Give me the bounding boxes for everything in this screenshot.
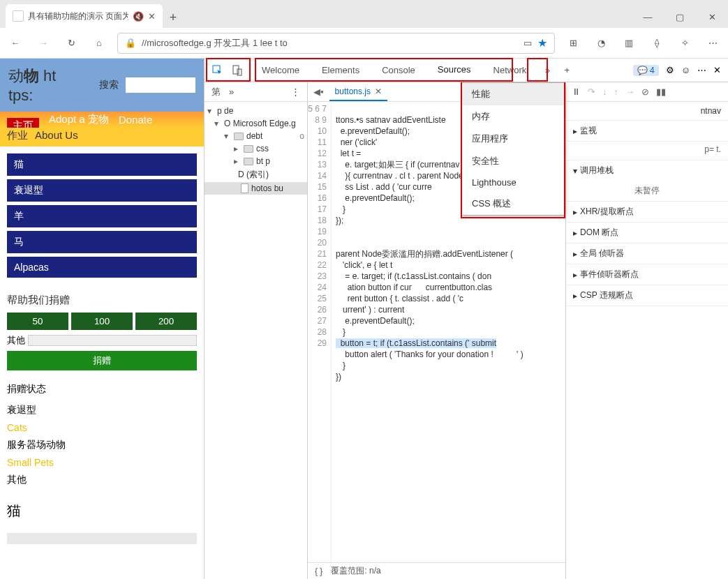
xhr-section[interactable]: XHR/提取断点 [580, 206, 634, 218]
tree-menu-icon[interactable]: ⋮ [291, 87, 300, 97]
page-tree-label[interactable]: 第 [211, 86, 221, 98]
address-bar[interactable]: 🔒 //microsoftedge.g 开发工具 1 lee t to ▭ ★ [117, 33, 555, 54]
home-button[interactable]: ⌂ [89, 33, 109, 53]
issues-badge[interactable]: 💬 4 [633, 65, 659, 76]
new-tab-button[interactable]: + [163, 7, 184, 28]
dropdown-item[interactable]: Lighthouse [462, 172, 564, 193]
pause-icon[interactable]: ⏸ [572, 87, 581, 97]
tree-folder[interactable]: css [256, 144, 269, 153]
step-icon[interactable]: → [625, 87, 634, 97]
settings-icon[interactable]: ⚙ [666, 65, 674, 75]
toolbar-icon-2[interactable]: ✧ [675, 33, 694, 53]
svg-rect-2 [237, 69, 242, 75]
donate-button[interactable]: 捐赠 [7, 351, 197, 370]
profile-icon[interactable]: ◔ [591, 33, 611, 53]
more-icon[interactable]: ⋯ [697, 65, 706, 75]
list-item[interactable]: 羊 [7, 205, 197, 227]
close-devtools-icon[interactable]: ✕ [713, 65, 721, 75]
status-list: 衰退型 Cats 服务器场动物 Small Pets 其他 [0, 401, 204, 489]
device-icon[interactable] [230, 63, 245, 78]
favorite-icon[interactable]: ★ [537, 36, 547, 50]
menu-button[interactable]: ⋯ [703, 33, 722, 53]
url-text: //microsoftedge.g 开发工具 1 lee t to [142, 37, 518, 50]
footer-coverage: 覆盖范围: n/a [331, 565, 380, 577]
folder-icon [234, 133, 244, 140]
more-tabs-dropdown: 性能 内存 应用程序 安全性 Lighthouse CSS 概述 [461, 82, 565, 216]
footer-braces[interactable]: { } [315, 566, 322, 576]
close-file-icon[interactable]: ✕ [375, 87, 382, 96]
list-item[interactable]: 马 [7, 231, 197, 253]
step-into-icon[interactable]: ↓ [602, 87, 607, 97]
reader-icon[interactable]: ▭ [523, 38, 532, 48]
tab-title: 具有辅助功能的演示 页面为 [28, 10, 128, 22]
dom-section[interactable]: DOM 断点 [580, 227, 618, 239]
status-item: 服务器场动物 [7, 436, 197, 454]
nav-jobs[interactable]: 作业 [7, 129, 28, 142]
tab-close-icon[interactable]: ✕ [148, 11, 156, 22]
dropdown-item[interactable]: CSS 概述 [462, 193, 564, 215]
dropdown-item[interactable]: 应用程序 [462, 128, 564, 150]
event-section[interactable]: 事件侦听器断点 [580, 269, 639, 280]
nav-adopt[interactable]: Adopt a 宠物 [49, 113, 109, 126]
deactivate-icon[interactable]: ⊘ [641, 87, 649, 97]
file-tree: 第 » ⋮ ▾p de ▾O Microsoft Edge.g ▾debto ▸… [205, 82, 308, 579]
tree-dir[interactable]: D (索引) [238, 169, 269, 181]
page-header: 动物 https: 搜索 [0, 59, 204, 112]
tree-site[interactable]: O Microsoft Edge.g [224, 119, 296, 128]
amount-50[interactable]: 50 [7, 313, 68, 330]
feedback-icon[interactable]: ☺ [681, 65, 690, 75]
page-nav: 主页 Adopt a 宠物 Donate [0, 112, 204, 128]
minimize-button[interactable]: ― [632, 6, 664, 28]
tree-more-icon[interactable]: » [229, 87, 234, 97]
tree-folder[interactable]: debt [246, 131, 262, 141]
dropdown-item[interactable]: 性能 [462, 83, 564, 105]
editor-tab[interactable]: buttons.js ✕ [329, 82, 387, 101]
collections-icon[interactable]: ▥ [619, 33, 639, 53]
folder-icon [244, 158, 253, 165]
search-input[interactable] [126, 77, 195, 93]
watch-section[interactable]: 监视 [580, 125, 597, 137]
back-button[interactable]: ← [6, 33, 25, 53]
more-tabs-button[interactable]: » [537, 65, 557, 75]
csp-section[interactable]: CSP 违规断点 [580, 290, 633, 301]
toolbar-icon-1[interactable]: ⟠ [647, 33, 667, 53]
page-nav-2: 作业 About Us [0, 128, 204, 146]
debugger-pane: 性能 内存 应用程序 安全性 Lighthouse CSS 概述 ⏸ ↷ ↓ ↑… [566, 82, 728, 579]
refresh-button[interactable]: ↻ [61, 33, 81, 53]
tree-file[interactable]: hotos bu [251, 183, 283, 193]
list-item[interactable]: Alpacas [7, 257, 197, 278]
nav-about[interactable]: About Us [35, 129, 78, 142]
tab-elements[interactable]: Elements [311, 59, 371, 82]
tab-network[interactable]: Network [482, 59, 538, 82]
step-out-icon[interactable]: ↑ [614, 87, 619, 97]
titlebar: 具有辅助功能的演示 页面为 🔇 ✕ + ― ▢ ✕ [0, 0, 728, 28]
svg-rect-1 [233, 66, 239, 74]
maximize-button[interactable]: ▢ [664, 6, 696, 28]
close-window-button[interactable]: ✕ [696, 6, 728, 28]
tab-console[interactable]: Console [371, 59, 426, 82]
callstack-section[interactable]: 调用堆栈 [580, 165, 614, 176]
global-section[interactable]: 全局 侦听器 [580, 248, 624, 260]
list-item[interactable]: 衰退型 [7, 179, 197, 202]
amount-100[interactable]: 100 [71, 313, 133, 330]
dropdown-item[interactable]: 安全性 [462, 150, 564, 172]
sidebar-toggle-icon[interactable]: ◀▪ [313, 87, 324, 97]
nav-donate[interactable]: Donate [119, 114, 152, 126]
add-tab-button[interactable]: + [557, 65, 577, 75]
pause-exc-icon[interactable]: ▮▮ [656, 87, 666, 97]
step-over-icon[interactable]: ↷ [588, 87, 595, 97]
file-icon [241, 183, 248, 193]
browser-tab[interactable]: 具有辅助功能的演示 页面为 🔇 ✕ [6, 4, 163, 28]
tree-root[interactable]: p de [217, 106, 233, 116]
list-item[interactable]: 猫 [7, 153, 197, 176]
other-amount-input[interactable] [28, 335, 197, 346]
amount-200[interactable]: 200 [135, 313, 197, 330]
extensions-icon[interactable]: ⊞ [563, 33, 583, 53]
forward-button[interactable]: → [34, 33, 53, 53]
tab-welcome[interactable]: Welcome [251, 59, 311, 82]
inspect-icon[interactable] [210, 63, 225, 78]
tree-folder[interactable]: bt p [256, 156, 270, 166]
status-item: Small Pets [7, 454, 197, 471]
tab-sources[interactable]: Sources [426, 59, 482, 82]
dropdown-item[interactable]: 内存 [462, 105, 564, 128]
